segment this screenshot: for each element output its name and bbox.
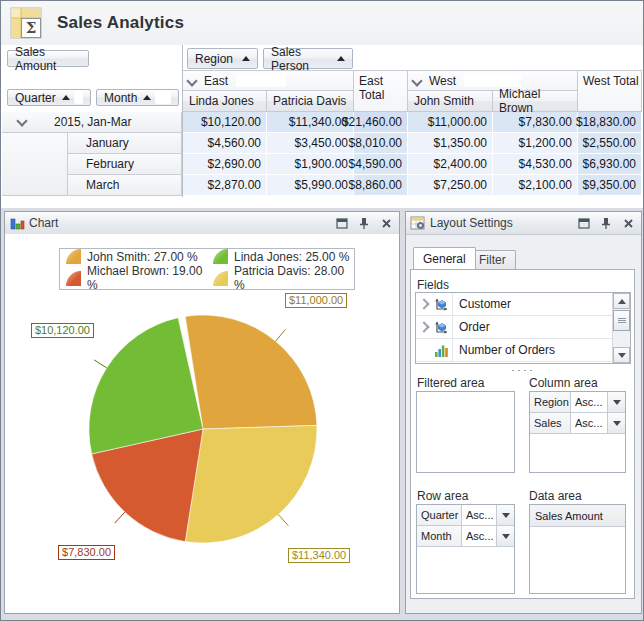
area-sort-order[interactable]: Asc... [571, 392, 607, 412]
sort-asc-icon [143, 95, 151, 100]
row-header-month[interactable]: March [68, 175, 182, 196]
area-field-name[interactable]: Sales [530, 413, 571, 433]
sort-dropdown-button[interactable] [607, 392, 625, 412]
legend-label: Patricia Davis: 28.00 % [234, 264, 354, 292]
column-field-sales-person-button[interactable]: Sales Person [263, 48, 353, 69]
area-sort-order[interactable]: Asc... [462, 526, 496, 546]
sort-dropdown-button[interactable] [607, 413, 625, 433]
header-highlight [74, 91, 83, 104]
field-item-order[interactable]: Order [416, 316, 613, 339]
legend-item: Michael Brown: 19.00 % [66, 264, 213, 292]
chart-legend: John Smith: 27.00 %Linda Jones: 25.00 %M… [59, 248, 355, 290]
collapse-row-icon[interactable] [16, 115, 27, 126]
splitter-handle[interactable] [511, 369, 535, 372]
field-item-number-of-orders[interactable]: Number of Orders [416, 339, 613, 362]
legend-label: Michael Brown: 19.00 % [87, 264, 213, 292]
header-highlight [464, 74, 522, 87]
chart-panel: Chart John Smith: 27.00 %Linda Jones: 25… [4, 211, 400, 614]
row-field-quarter-button[interactable]: Quarter [7, 89, 91, 106]
row-field-month-button[interactable]: Month [96, 89, 179, 106]
sort-dropdown-button[interactable] [496, 505, 514, 525]
area-field-name[interactable]: Month [417, 526, 462, 546]
expand-field-icon[interactable] [418, 321, 429, 332]
fields-label: Fields [417, 278, 449, 292]
header-highlight [236, 74, 286, 87]
pivot-value-cell: $4,530.00 [493, 154, 578, 175]
title-bar: Σ Sales Analytics [1, 1, 643, 46]
column-area-label: Column area [529, 376, 598, 390]
column-header-michael-brown[interactable]: Michael Brown [493, 91, 578, 112]
row-header-quarter[interactable]: 2015, Jan-Mar [2, 112, 182, 133]
filtered-area-label: Filtered area [417, 376, 484, 390]
pivot-value-cell: $7,250.00 [408, 175, 493, 196]
area-item-region[interactable]: RegionAsc... [530, 392, 625, 413]
pivot-value-cell: $10,120.00 [183, 112, 267, 133]
pivot-grid: Sales Amount Region Sales Person Quarter… [1, 45, 643, 208]
data-header-sales-amount-button[interactable]: Sales Amount [7, 50, 89, 67]
filtered-area-box[interactable] [416, 391, 515, 473]
table-gear-icon [410, 215, 426, 231]
column-field-region-button[interactable]: Region [187, 48, 258, 69]
layout-body: General Filter Fields CustomerOrderNumbe… [406, 234, 641, 613]
data-area-box[interactable]: Sales Amount [529, 504, 626, 594]
area-sort-order[interactable]: Asc... [462, 505, 496, 525]
close-button[interactable] [377, 215, 395, 231]
row-area-box[interactable]: QuarterAsc...MonthAsc... [416, 504, 515, 594]
legend-label: John Smith: 27.00 % [87, 250, 198, 264]
close-button[interactable] [619, 215, 637, 231]
sort-asc-icon [242, 56, 250, 61]
sort-dropdown-button[interactable] [496, 526, 514, 546]
pivot-value-cell: $21,460.00 [354, 112, 408, 133]
pie-value-label: $11,000.00 [285, 293, 347, 308]
legend-marker [66, 271, 81, 286]
pivot-value-cell: $3,450.00 [267, 133, 354, 154]
maximize-button[interactable] [333, 215, 351, 231]
column-header-west-total[interactable]: West Total [578, 70, 642, 112]
fields-scrollbar[interactable] [612, 293, 630, 363]
collapse-east-icon[interactable] [186, 75, 197, 86]
legend-item: John Smith: 27.00 % [66, 249, 213, 264]
pin-icon [358, 217, 370, 230]
sort-asc-icon [337, 56, 345, 61]
column-header-john-smith[interactable]: John Smith [408, 91, 493, 112]
tab-filter[interactable]: Filter [469, 250, 516, 269]
area-item-month[interactable]: MonthAsc... [417, 526, 514, 547]
expand-field-icon[interactable] [418, 298, 429, 309]
scroll-down-button[interactable] [613, 347, 630, 363]
data-area-item-sales-amount[interactable]: Sales Amount [530, 505, 625, 527]
pie-label-leader [94, 360, 107, 368]
legend-marker [213, 271, 228, 286]
area-field-name[interactable]: Region [530, 392, 571, 412]
area-item-sales[interactable]: SalesAsc... [530, 413, 625, 434]
scroll-up-button[interactable] [613, 293, 630, 309]
column-area-box[interactable]: RegionAsc...SalesAsc... [529, 391, 626, 473]
area-field-name[interactable]: Quarter [417, 505, 462, 525]
pin-button[interactable] [597, 215, 615, 231]
column-header-linda-jones[interactable]: Linda Jones [183, 91, 267, 112]
pivot-value-cell: $7,830.00 [493, 112, 578, 133]
row-header-month[interactable]: January [68, 133, 182, 154]
scroll-thumb[interactable] [613, 310, 630, 331]
pivot-value-cell: $5,990.00 [267, 175, 354, 196]
column-header-patricia-davis[interactable]: Patricia Davis [267, 91, 354, 112]
pie-slice-john-smith[interactable] [185, 315, 317, 429]
legend-item: Patricia Davis: 28.00 % [213, 264, 354, 292]
row-header-month[interactable]: February [68, 154, 182, 175]
pie-slice-patricia-davis[interactable] [185, 425, 317, 543]
pin-button[interactable] [355, 215, 373, 231]
maximize-button[interactable] [575, 215, 593, 231]
pivot-value-cell: $1,200.00 [493, 133, 578, 154]
field-label: Customer [452, 293, 613, 315]
legend-label: Linda Jones: 25.00 % [234, 250, 349, 264]
maximize-icon [336, 218, 348, 229]
pie-label-leader [115, 512, 125, 523]
tab-general[interactable]: General [413, 247, 476, 269]
pivot-value-cell: $8,010.00 [354, 133, 408, 154]
column-group-east[interactable]: East [183, 70, 354, 91]
pivot-value-cell: $8,860.00 [354, 175, 408, 196]
area-item-quarter[interactable]: QuarterAsc... [417, 505, 514, 526]
column-header-east-total[interactable]: East Total [354, 70, 408, 112]
area-sort-order[interactable]: Asc... [571, 413, 607, 433]
collapse-west-icon[interactable] [411, 75, 422, 86]
field-item-customer[interactable]: Customer [416, 293, 613, 316]
